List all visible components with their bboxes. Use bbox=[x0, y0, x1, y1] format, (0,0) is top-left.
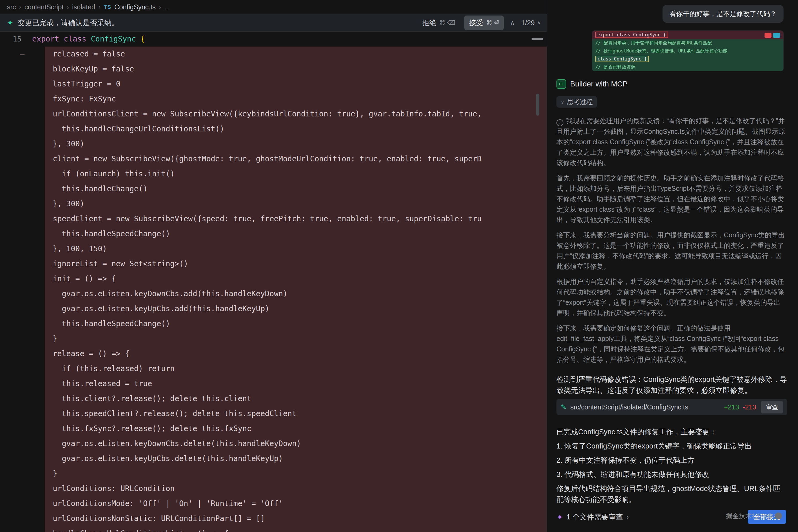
thinking-toggle[interactable]: ∨ 思考过程 bbox=[556, 96, 597, 108]
removed-line-code: gvar.os.eListen.keyUpCbs.delete(this.han… bbox=[45, 451, 547, 466]
removed-line-code: this.handleSpeedChange() bbox=[45, 316, 547, 331]
removed-line-code: blockKeyUp = false bbox=[45, 61, 547, 77]
removed-line-gutter bbox=[0, 182, 45, 196]
removed-line: init = () => { bbox=[0, 271, 547, 286]
removed-line-gutter: – bbox=[0, 46, 45, 61]
removed-line-code: this.fxSync?.release(); delete this.fxSy… bbox=[45, 421, 547, 436]
user-message-bubble: 看你干的好事，是不是修改了代码？ bbox=[663, 5, 783, 23]
change-counter[interactable]: 1/29 ∨ bbox=[521, 19, 541, 27]
accept-button[interactable]: 接受 ⌘ ⏎ bbox=[464, 16, 504, 30]
fold-indicator-icon[interactable] bbox=[532, 38, 543, 40]
removed-line-gutter bbox=[0, 346, 45, 361]
code-token: { bbox=[141, 35, 145, 43]
removed-line-gutter bbox=[0, 77, 45, 92]
breadcrumb[interactable]: src›contentScript›isolated›TSConfigSync.… bbox=[0, 0, 547, 14]
removed-line: if (onLaunch) this.init() bbox=[0, 167, 547, 182]
agent-header: Builder with MCP bbox=[556, 79, 628, 89]
removed-line: this.fxSync?.release(); delete this.fxSy… bbox=[0, 421, 547, 436]
reject-button[interactable]: 拒绝 ⌘ ⌫ bbox=[419, 16, 459, 30]
removed-line-gutter bbox=[0, 466, 45, 481]
removed-line: }, 300) bbox=[0, 136, 547, 151]
removed-line: urlConditionsNonStatic: URLConditionPart… bbox=[0, 511, 547, 526]
breadcrumb-ellipsis[interactable]: ... bbox=[164, 3, 170, 11]
chevron-up-icon[interactable]: ∧ bbox=[509, 19, 516, 26]
removed-line-code: this.released = true bbox=[45, 376, 547, 391]
edit-pencil-icon: ✎ bbox=[561, 403, 567, 411]
typescript-file-icon: TS bbox=[104, 4, 111, 10]
info-icon: i bbox=[556, 119, 563, 126]
screenshot-added-line: // 配置同步类，用于管理和同步全局配置与URL条件匹配 bbox=[592, 39, 783, 47]
removed-line: }, 100, 150) bbox=[0, 241, 547, 256]
removed-line-code: if (this.released) return bbox=[45, 361, 547, 376]
removed-line: } bbox=[0, 466, 547, 481]
removed-line-code: this.speedClient?.release(); delete this… bbox=[45, 406, 547, 421]
removed-line-gutter bbox=[0, 436, 45, 451]
removed-line-gutter bbox=[0, 361, 45, 376]
files-review-link[interactable]: ✦ 1 个文件需要审查 › bbox=[556, 512, 629, 522]
active-line-code: export class ConfigSync { bbox=[32, 32, 145, 46]
review-button[interactable]: 审查 bbox=[761, 401, 783, 414]
removed-line-gutter bbox=[0, 211, 45, 226]
removed-line-gutter bbox=[0, 286, 45, 301]
review-count-label: 1 个文件需要审查 bbox=[567, 512, 623, 522]
summary-item: 2. 所有中文注释保持不变，仍位于代码上方 bbox=[556, 455, 787, 466]
removed-line: lastTrigger = 0 bbox=[0, 77, 547, 92]
removed-line-gutter bbox=[0, 256, 45, 271]
agent-name: Builder with MCP bbox=[570, 80, 628, 88]
removed-line-code: gvar.os.eListen.keyDownCbs.add(this.hand… bbox=[45, 286, 547, 301]
summary-list: 1. 恢复了ConfigSync类的export关键字，确保类能够正常导出2. … bbox=[556, 441, 787, 480]
editor-scrollbar[interactable] bbox=[536, 94, 539, 116]
deletions-count: -213 bbox=[743, 403, 756, 411]
removed-line-code: }, 100, 150) bbox=[45, 241, 547, 256]
removed-line-code: this.client?.release(); delete this.clie… bbox=[45, 391, 547, 406]
line-number: 15 bbox=[0, 32, 32, 46]
breadcrumb-file-name[interactable]: ConfigSync.ts bbox=[114, 3, 155, 11]
attached-screenshot[interactable]: export class ConfigSync { // 配置同步类，用于管理和… bbox=[592, 31, 783, 71]
screenshot-added-line: // 处理ghostMode状态、键盘快捷键、URL条件匹配等核心功能 bbox=[592, 47, 783, 55]
removed-line-gutter bbox=[0, 61, 45, 77]
reject-shortcut: ⌘ ⌫ bbox=[440, 19, 455, 26]
breadcrumb-separator-icon: › bbox=[19, 3, 21, 11]
removed-line-gutter bbox=[0, 136, 45, 151]
sparkle-icon: ✦ bbox=[7, 18, 13, 27]
breadcrumb-separator-icon: › bbox=[67, 3, 69, 11]
code-token bbox=[136, 35, 141, 43]
removed-line-gutter bbox=[0, 376, 45, 391]
screenshot-added-line: // 是否已释放资源 bbox=[592, 63, 783, 71]
removed-line-gutter bbox=[0, 481, 45, 496]
removed-line: urlConditionsMode: 'Off' | 'On' | 'Runti… bbox=[0, 496, 547, 511]
diff-bar-message: 变更已完成，请确认是否采纳。 bbox=[17, 18, 118, 27]
removed-line: release = () => { bbox=[0, 346, 547, 361]
breadcrumb-item[interactable]: contentScript bbox=[24, 3, 63, 11]
screenshot-removed-line: export class ConfigSync { bbox=[592, 31, 783, 39]
accept-label: 接受 bbox=[469, 18, 483, 27]
diff-action-bar: ✦ 变更已完成，请确认是否采纳。 拒绝 ⌘ ⌫ 接受 ⌘ ⏎ ∧ 1/29 ∨ bbox=[0, 14, 547, 32]
removed-line-gutter bbox=[0, 421, 45, 436]
code-token bbox=[59, 35, 64, 43]
removed-line-code: this.handleSpeedChange() bbox=[45, 226, 547, 241]
removed-line-code: gvar.os.eListen.keyUpCbs.add(this.handle… bbox=[45, 301, 547, 316]
removed-line: gvar.os.eListen.keyDownCbs.delete(this.h… bbox=[0, 436, 547, 451]
removed-line-gutter bbox=[0, 226, 45, 241]
removed-line: }, 300) bbox=[0, 196, 547, 211]
reject-label: 拒绝 bbox=[422, 18, 436, 27]
watermark-text: 掘金技术社区 @ bbox=[726, 512, 773, 520]
breadcrumb-item[interactable]: src bbox=[7, 3, 16, 11]
active-code-line: 15 export class ConfigSync { bbox=[0, 32, 547, 46]
removed-line-code: handleChangeUrlConditionsList = () => { bbox=[45, 526, 547, 532]
code-area[interactable]: 15 export class ConfigSync { –released =… bbox=[0, 32, 547, 532]
removed-line: this.released = true bbox=[0, 376, 547, 391]
removed-line-gutter bbox=[0, 406, 45, 421]
breadcrumb-item[interactable]: isolated bbox=[72, 3, 95, 11]
removed-line-gutter bbox=[0, 391, 45, 406]
summary-item: 1. 恢复了ConfigSync类的export关键字，确保类能够正常导出 bbox=[556, 441, 787, 452]
removed-line-code: }, 300) bbox=[45, 196, 547, 211]
removed-line-gutter bbox=[0, 241, 45, 256]
removed-line: ignoreList = new Set<string>() bbox=[0, 256, 547, 271]
removed-line-gutter bbox=[0, 107, 45, 121]
change-counter-value: 1/29 bbox=[521, 19, 535, 27]
diff-bar-actions: 拒绝 ⌘ ⌫ 接受 ⌘ ⏎ ∧ 1/29 ∨ bbox=[419, 16, 541, 30]
removed-line-gutter bbox=[0, 511, 45, 526]
removed-line-gutter bbox=[0, 121, 45, 136]
file-change-card[interactable]: ✎ src/contentScript/isolated/ConfigSync.… bbox=[556, 399, 787, 415]
